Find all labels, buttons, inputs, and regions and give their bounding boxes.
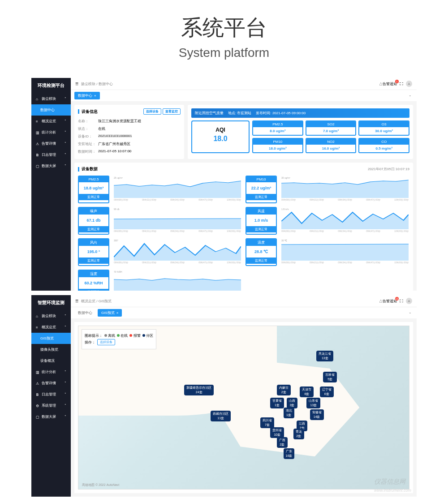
info-row: 状态：在线 xyxy=(78,125,181,133)
map-marker-四川省[interactable]: 四川省7套 xyxy=(260,417,274,428)
info-row: 名称：珠江三角洲水资源配置工程 xyxy=(78,117,181,125)
pollutant-SO2: SO27.0 ug/m³ xyxy=(306,120,357,136)
chevron-icon: ˅ xyxy=(65,153,66,157)
dashboard-smart-monitor: 智慧环境监测 ⌂扬尘模块˅≡概况总览˄GIS预览摄像头预览设备概况▥统计分析˅⚠… xyxy=(31,295,417,497)
map[interactable]: 黑龙江省13套吉林省5套新疆维吾尔自治区24套内蒙古2套天津市6套辽宁省6套甘肃… xyxy=(78,326,409,489)
map-marker-贵州省[interactable]: 贵州省10套 xyxy=(270,427,284,438)
legend-item: 在线 xyxy=(117,333,128,338)
chevron-icon: ˅ xyxy=(65,370,66,374)
notification-badge: 11 xyxy=(395,297,399,301)
device-info-panel: 设备信息 选择设备 查看监控 名称：珠江三角洲水资源配置工程状态：在线设备ID：… xyxy=(74,105,184,159)
sidebar-item-统计分析[interactable]: ▥统计分析˅ xyxy=(31,127,71,138)
legend-item: 报警 xyxy=(129,333,140,338)
info-row: 设备ID：20210331031000001 xyxy=(78,133,181,140)
sidebar-item-GIS预览[interactable]: GIS预览 xyxy=(31,333,71,344)
map-marker-新疆维吾尔自治区[interactable]: 新疆维吾尔自治区24套 xyxy=(184,385,214,395)
map-marker-辽宁省[interactable]: 辽宁省6套 xyxy=(320,386,334,397)
dashboard-env-monitor: 环境检测平台 ⌂扬尘模块˄数据中心≡概况总览˅▥统计分析˅⚠告警详情˅🗎日志管理… xyxy=(31,78,417,291)
chevron-icon: ˅ xyxy=(65,142,66,146)
chevron-icon: ˄ xyxy=(65,97,66,101)
data-timestamp: 2021年07月05日 10:07:19 xyxy=(368,167,409,172)
sidebar-item-概况总览[interactable]: ≡概况总览˅ xyxy=(31,116,71,127)
map-marker-广东[interactable]: 广东16套 xyxy=(284,448,295,459)
sidebar-item-摄像头预览[interactable]: 摄像头预览 xyxy=(31,344,71,355)
map-marker-西藏自治区[interactable]: 西藏自治区11套 xyxy=(211,411,231,421)
map-marker-黑龙江省[interactable]: 黑龙江省13套 xyxy=(316,351,333,361)
chart-风速: 1.8 m/s09时08分00秒09时21分00秒09时34分00秒09时47分… xyxy=(280,207,409,235)
sidebar-item-告警详情[interactable]: ⚠告警详情˅ xyxy=(31,138,71,149)
sidebar: 环境检测平台 ⌂扬尘模块˄数据中心≡概况总览˅▥统计分析˅⚠告警详情˅🗎日志管理… xyxy=(31,78,71,291)
sidebar-item-告警详情[interactable]: ⚠告警详情˅ xyxy=(31,378,71,389)
fullscreen-icon[interactable]: ⛶ xyxy=(400,299,403,303)
close-icon[interactable]: × xyxy=(94,94,96,98)
tab-gis-preview[interactable]: GIS预览× xyxy=(98,309,122,317)
pollutant-NO2: NO216.0 ug/m³ xyxy=(306,138,357,153)
sidebar-item-日志管理[interactable]: 🗎日志管理˅ xyxy=(31,149,71,160)
chevron-icon: ˅ xyxy=(65,120,66,123)
map-attribution: 高德地图 © 2022 AutoNavi xyxy=(82,483,119,487)
map-legend: 图标提示： 离线 在线 报警 分区 操作：选择设备 xyxy=(82,329,156,349)
sidebar-item-扬尘模块[interactable]: ⌂扬尘模块˅ xyxy=(31,310,71,322)
sidebar-item-扬尘模块[interactable]: ⌂扬尘模块˄ xyxy=(31,93,71,104)
map-marker-天津市[interactable]: 天津市6套 xyxy=(300,386,314,397)
warn-icon: ⚠ xyxy=(36,382,39,385)
info-row: 安装地址：广东省广州市越秀区 xyxy=(78,140,181,148)
chevron-icon: ˅ xyxy=(65,382,66,385)
select-device-button[interactable]: 选择设备 xyxy=(143,108,161,115)
map-marker-青龙[interactable]: 青龙2套 xyxy=(293,429,304,439)
avatar[interactable]: A xyxy=(406,81,412,87)
page-header: 系统平台 System platform xyxy=(0,0,448,69)
metric-PM2.5: PM2.518.8 ug/m³监测正常 xyxy=(78,176,109,203)
notification-badge: 1 xyxy=(395,80,399,83)
map-marker-山东省[interactable]: 山东省13套 xyxy=(306,398,320,408)
topbar: ☰ 概况总览 / GIS预览 △告警通知 11 ⛶ A xyxy=(71,295,417,307)
sidebar-item-设备概况[interactable]: 设备概况 xyxy=(31,355,71,366)
notification-button[interactable]: △告警通知 1 xyxy=(379,82,397,86)
sidebar-item-系统管理[interactable]: ⚙系统管理˅ xyxy=(31,400,71,411)
sidebar-item-数据大屏[interactable]: ▢数据大屏˅ xyxy=(31,160,71,172)
info-row: 数据时间：2021-07-05 10:07:00 xyxy=(78,148,181,155)
pollutant-CO: CO0.5 mg/m³ xyxy=(358,138,409,153)
map-marker-吉林省[interactable]: 吉林省5套 xyxy=(323,372,337,382)
sidebar-item-数据大屏[interactable]: ▢数据大屏˅ xyxy=(31,411,71,422)
map-marker-广西[interactable]: 广西2套 xyxy=(277,437,288,448)
pollutant-PM10: PM1018.0 ug/m³ xyxy=(252,138,303,153)
menu-icon[interactable]: ☰ xyxy=(75,82,78,86)
topbar: ☰ 扬尘模块 / 数据中心 △告警通知 1 ⛶ A xyxy=(71,78,417,90)
metric-温度: 温度28.8 ℃监测正常 xyxy=(246,238,277,266)
sidebar-item-日志管理[interactable]: 🗎日志管理˅ xyxy=(31,389,71,400)
chevron-down-icon[interactable]: ⌄ xyxy=(407,309,413,317)
map-marker-甘肃省[interactable]: 甘肃省1套 xyxy=(270,398,284,408)
map-marker-山西[interactable]: 山西3套 xyxy=(287,398,297,408)
avatar[interactable]: A xyxy=(406,298,412,304)
metric-噪声: 噪声67.1 db监测正常 xyxy=(78,207,109,235)
select-device-button[interactable]: 选择设备 xyxy=(97,339,115,345)
menu-icon[interactable]: ☰ xyxy=(75,299,78,303)
map-marker-内蒙古[interactable]: 内蒙古2套 xyxy=(277,385,291,395)
close-icon[interactable]: × xyxy=(116,311,119,315)
bars-icon: ≡ xyxy=(36,120,39,123)
sidebar-item-数据中心[interactable]: 数据中心 xyxy=(31,104,71,116)
chevron-icon: ˅ xyxy=(65,131,66,134)
fullscreen-icon[interactable]: ⛶ xyxy=(400,82,403,86)
home-icon: ⌂ xyxy=(36,314,39,318)
page-title-en: System platform xyxy=(0,46,448,60)
tab-data-center[interactable]: 数据中心 xyxy=(74,309,96,317)
page-title-cn: 系统平台 xyxy=(0,13,448,42)
device-data-panel: 设备数据 2021年07月05日 10:07:19 PM2.518.8 ug/m… xyxy=(74,163,413,291)
watermark: 仪器信息网 www.instrument.com xyxy=(374,478,411,493)
breadcrumb: 概况总览 / GIS预览 xyxy=(81,299,112,304)
sidebar-item-统计分析[interactable]: ▥统计分析˅ xyxy=(31,366,71,378)
map-marker-安徽省[interactable]: 安徽省14套 xyxy=(310,409,324,420)
air-header-site: 地点: 市监测站 xyxy=(228,111,251,116)
chevron-icon: ˅ xyxy=(65,404,66,408)
sidebar-title: 环境检测平台 xyxy=(31,78,71,93)
tab-data-center[interactable]: 数据中心× xyxy=(74,92,100,99)
sidebar-item-概况总览[interactable]: ≡概况总览˄ xyxy=(31,322,71,333)
chevron-down-icon[interactable]: ⌄ xyxy=(407,92,413,99)
sidebar: 智慧环境监测 ⌂扬尘模块˅≡概况总览˄GIS预览摄像头预览设备概况▥统计分析˅⚠… xyxy=(31,295,71,497)
notification-button[interactable]: △告警通知 11 xyxy=(379,299,397,304)
view-monitor-button[interactable]: 查看监控 xyxy=(163,108,181,115)
aqi-label: AQI xyxy=(198,127,243,133)
map-marker-湖北[interactable]: 湖北1套 xyxy=(284,408,294,418)
